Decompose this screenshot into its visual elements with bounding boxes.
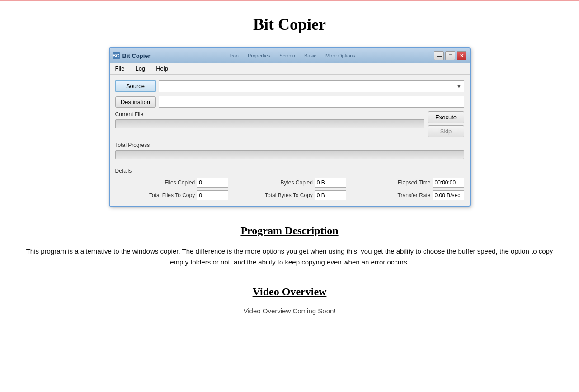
menu-help[interactable]: Help: [154, 64, 170, 73]
menu-log[interactable]: Log: [133, 64, 147, 73]
app-body: Source ▼ Destination Current File: [110, 75, 470, 206]
transfer-rate-label: Transfer Rate: [398, 192, 431, 198]
tab-screen: Screen: [279, 53, 295, 58]
total-files-label: Total Files To Copy: [149, 192, 195, 198]
total-files-item: Total Files To Copy 0: [115, 190, 229, 200]
title-bar-controls: — □ ✕: [434, 51, 466, 60]
details-grid: Files Copied 0 Bytes Copied 0 B Elapsed …: [115, 178, 464, 200]
title-bar-tabs: Icon Properties Screen Basic More Option…: [229, 53, 355, 58]
files-copied-value: 0: [197, 178, 228, 188]
source-button[interactable]: Source: [115, 80, 156, 92]
menu-file[interactable]: File: [113, 64, 127, 73]
details-section: Details Files Copied 0 Bytes Copied 0 B …: [115, 164, 464, 200]
elapsed-time-item: Elapsed Time 00:00:00: [351, 178, 464, 188]
bytes-copied-label: Bytes Copied: [280, 179, 312, 186]
maximize-button[interactable]: □: [445, 51, 455, 60]
dropdown-arrow-icon: ▼: [457, 83, 462, 90]
title-bar: BC Bit Copier Icon Properties Screen Bas…: [110, 48, 470, 63]
page-title: Bit Copier: [18, 10, 561, 34]
bytes-copied-value: 0 B: [315, 178, 346, 188]
video-coming-soon-text: Video Overview Coming Soon!: [18, 307, 561, 315]
total-bytes-value: 0 B: [315, 190, 346, 200]
transfer-rate-item: Transfer Rate 0.00 B/sec: [351, 190, 464, 200]
tab-properties: Properties: [248, 53, 270, 58]
program-description-heading: Program Description: [18, 225, 561, 237]
tab-more-options: More Options: [325, 53, 355, 58]
total-progress-row: Total Progress: [115, 142, 464, 159]
destination-row: Destination: [115, 96, 464, 108]
tab-icon: Icon: [229, 53, 239, 58]
total-progress-bar: [115, 150, 464, 159]
bytes-copied-item: Bytes Copied 0 B: [233, 178, 346, 188]
details-label: Details: [115, 168, 464, 174]
transfer-rate-value: 0.00 B/sec: [433, 190, 464, 200]
execute-button[interactable]: Execute: [428, 111, 464, 123]
app-icon: BC: [113, 52, 120, 59]
total-bytes-label: Total Bytes To Copy: [265, 192, 313, 198]
title-bar-left: BC Bit Copier: [113, 52, 151, 59]
action-buttons: Execute Skip: [428, 111, 464, 137]
close-button[interactable]: ✕: [457, 51, 466, 60]
elapsed-time-label: Elapsed Time: [398, 179, 431, 186]
total-files-value: 0: [197, 190, 228, 200]
source-input[interactable]: ▼: [159, 80, 464, 92]
total-progress-label: Total Progress: [115, 142, 464, 148]
current-file-row: Current File Execute Skip: [115, 111, 464, 137]
window-title: Bit Copier: [122, 52, 151, 59]
program-description-text: This program is a alternative to the win…: [18, 246, 561, 268]
tab-basic: Basic: [304, 53, 316, 58]
current-file-progress: [115, 119, 424, 128]
video-overview-heading: Video Overview: [18, 286, 561, 298]
current-file-area: Current File: [115, 111, 424, 128]
total-bytes-item: Total Bytes To Copy 0 B: [233, 190, 346, 200]
minimize-button[interactable]: —: [434, 51, 444, 60]
source-row: Source ▼: [115, 80, 464, 92]
current-file-label: Current File: [115, 111, 424, 118]
files-copied-label: Files Copied: [165, 179, 195, 186]
destination-button[interactable]: Destination: [115, 96, 156, 108]
files-copied-item: Files Copied 0: [115, 178, 229, 188]
app-window: BC Bit Copier Icon Properties Screen Bas…: [109, 47, 471, 207]
skip-button[interactable]: Skip: [428, 125, 464, 137]
menu-bar: File Log Help: [110, 63, 470, 75]
page-wrapper: Bit Copier BC Bit Copier Icon Properties…: [0, 1, 579, 333]
elapsed-time-value: 00:00:00: [433, 178, 464, 188]
destination-input[interactable]: [159, 96, 464, 108]
